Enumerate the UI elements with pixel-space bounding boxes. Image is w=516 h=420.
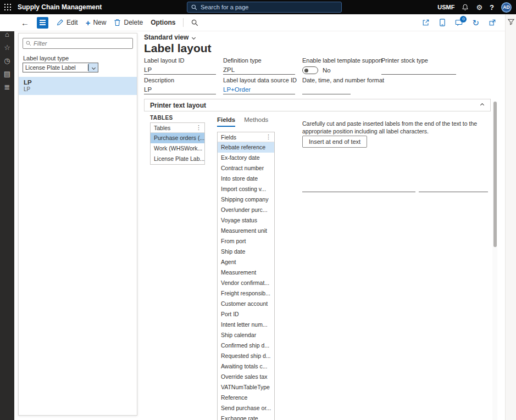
tables-listbox: Tables ⋮ Purchase orders (... Work (WHSW… [150, 122, 205, 165]
share-icon[interactable] [422, 19, 430, 26]
field-option[interactable]: From port [218, 236, 274, 247]
field-option[interactable]: Exchange rate [218, 413, 274, 420]
home-icon[interactable]: ⌂ [5, 31, 9, 38]
field-option[interactable]: Requested ship d... [218, 351, 274, 361]
record-list-panel: Label layout type License Plate Label LP… [18, 33, 137, 416]
field-option[interactable]: Measurement [218, 267, 274, 278]
edit-button[interactable]: Edit [56, 19, 78, 26]
scrollbar-thumb[interactable] [493, 102, 497, 247]
favorites-star-icon[interactable]: ☆ [4, 44, 10, 51]
printer-text-layout-section-header[interactable]: Printer text layout [144, 99, 491, 111]
field-option[interactable]: Confirmed ship d... [218, 340, 274, 351]
field-option-label: Voyage status [221, 217, 257, 223]
message-center-icon[interactable]: 0 [455, 19, 463, 26]
field-option[interactable]: Vendor confirmat... [218, 278, 274, 288]
field-option[interactable]: Intent letter num... [218, 320, 274, 330]
settings-gear-icon[interactable]: ⚙ [476, 4, 482, 11]
command-bar: ← Edit + New Delete Options 0 ↻ [0, 14, 505, 31]
app-launcher-icon[interactable] [0, 0, 15, 14]
field-option[interactable]: Into store date [218, 173, 274, 184]
record-list-item[interactable]: LP LP [19, 77, 137, 95]
filter-funnel-icon[interactable] [508, 19, 514, 420]
table-option-label: Work (WHSWork... [154, 145, 202, 152]
field-link-value[interactable]: LP+Order [223, 85, 295, 94]
field-template-support: Enable label template support No [302, 57, 385, 74]
field-option[interactable]: Customer account [218, 299, 274, 309]
app-title[interactable]: Supply Chain Management [18, 3, 102, 11]
table-option[interactable]: License Plate Lab... [151, 154, 204, 164]
field-option[interactable]: Shipping company [218, 194, 274, 205]
field-input[interactable]: LP [144, 85, 216, 94]
field-option[interactable]: Override sales tax [218, 372, 274, 382]
command-bar-right-icons: 0 ↻ [422, 19, 505, 27]
combobox-dropdown-button[interactable] [88, 63, 98, 72]
nav-pane-toggle-button[interactable] [37, 17, 48, 29]
field-description: Description LP [144, 77, 216, 94]
field-option-label: Confirmed ship d... [221, 342, 269, 349]
field-option[interactable]: Ship calendar [218, 330, 274, 340]
table-option[interactable]: Purchase orders (... [151, 133, 204, 143]
notifications-bell-icon[interactable] [462, 4, 469, 11]
field-option[interactable]: Reference [218, 393, 274, 403]
field-option[interactable]: VATNumTableType [218, 382, 274, 393]
field-option-label: Over/under purc... [221, 206, 268, 213]
field-option[interactable]: Voyage status [218, 215, 274, 226]
global-search-box[interactable]: Search for a page [187, 2, 342, 13]
collapse-section-button[interactable] [477, 100, 487, 110]
field-option[interactable]: Over/under purc... [218, 205, 274, 215]
mobile-device-icon[interactable] [439, 19, 446, 26]
refresh-icon[interactable]: ↻ [472, 19, 479, 27]
list-filter-field[interactable] [23, 38, 133, 49]
options-menu[interactable]: Options [151, 19, 175, 26]
field-label: Label layout ID [144, 57, 216, 64]
field-option[interactable]: Awaiting totals c... [218, 361, 274, 372]
field-input[interactable]: LP [144, 65, 216, 75]
field-option[interactable]: Contract number [218, 163, 274, 173]
field-input[interactable]: ZPL [223, 65, 295, 75]
field-option[interactable]: Agent [218, 257, 274, 267]
field-option[interactable]: Ex-factory date [218, 153, 274, 163]
record-title: LP [24, 79, 132, 86]
workspaces-icon[interactable]: ▤ [4, 70, 10, 77]
label-text-field[interactable] [419, 192, 488, 192]
delete-button[interactable]: Delete [114, 19, 143, 26]
command-search-icon[interactable] [191, 19, 198, 26]
recent-clock-icon[interactable]: ◷ [4, 57, 10, 64]
field-option[interactable]: Measurement unit [218, 226, 274, 236]
label-layout-type-combobox[interactable]: License Plate Label [23, 63, 98, 72]
field-option[interactable]: Import costing v... [218, 184, 274, 194]
avatar[interactable]: AD [501, 2, 512, 13]
field-input[interactable] [381, 65, 456, 75]
field-option[interactable]: Port ID [218, 309, 274, 320]
field-option-label: Reference [221, 394, 247, 401]
more-options-icon[interactable]: ⋮ [264, 133, 273, 141]
back-button[interactable]: ← [21, 18, 29, 27]
field-option[interactable]: Ship date [218, 247, 274, 257]
help-icon[interactable]: ? [490, 4, 494, 11]
field-option-label: Customer account [221, 300, 268, 307]
open-new-window-icon[interactable] [489, 19, 496, 26]
new-button[interactable]: + New [86, 19, 107, 27]
view-selector[interactable]: Standard view [144, 33, 195, 41]
chevron-down-icon [91, 65, 95, 69]
tab[interactable]: Fields [217, 116, 235, 127]
modules-icon[interactable]: ≣ [4, 83, 10, 91]
field-option[interactable]: Freight responsib... [218, 288, 274, 299]
left-navigation-rail: ⌂ ☆ ◷ ▤ ≣ [0, 14, 14, 420]
more-options-icon[interactable]: ⋮ [195, 124, 203, 131]
template-support-toggle[interactable] [302, 66, 318, 74]
insert-at-end-button[interactable]: Insert at end of text [302, 136, 367, 148]
tab[interactable]: Methods [244, 116, 268, 127]
field-input[interactable] [302, 85, 351, 94]
pencil-icon [56, 19, 64, 26]
table-option[interactable]: Work (WHSWork... [151, 143, 204, 154]
company-selector[interactable]: USMF [437, 4, 454, 10]
vertical-scrollbar[interactable] [492, 102, 497, 420]
list-filter-input[interactable] [34, 40, 130, 47]
label-text-field[interactable] [302, 192, 415, 192]
label-layout-type-value: License Plate Label [23, 63, 88, 72]
tables-list: Purchase orders (... Work (WHSWork... Li… [151, 133, 204, 164]
field-option[interactable]: Rebate reference [218, 142, 274, 153]
field-option[interactable]: Send purchase or... [218, 403, 274, 413]
field-option-label: Ship calendar [221, 332, 256, 338]
